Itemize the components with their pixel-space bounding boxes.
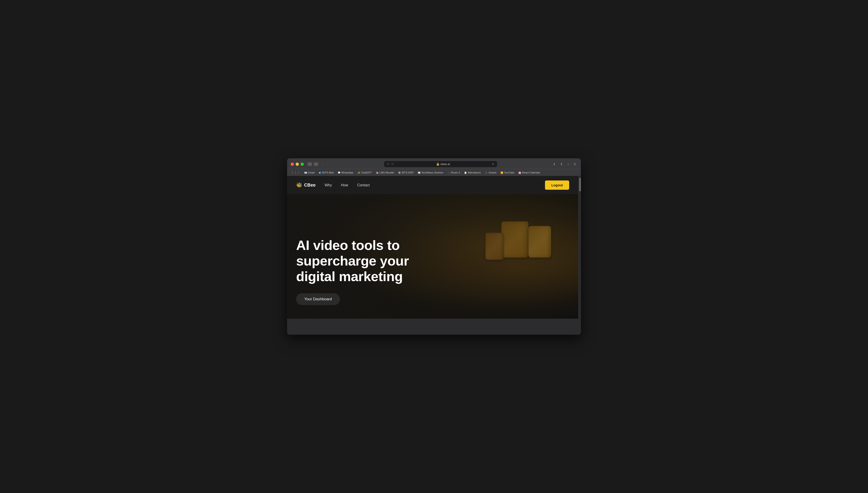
back-button[interactable]: ‹ [321, 162, 325, 167]
gmail-favicon: 📧 [304, 171, 307, 174]
sidebar-toggle[interactable]: ⊟ [307, 163, 312, 166]
logo-bee-icon: 🐝 [296, 182, 302, 188]
share-icon[interactable]: ⬆ [559, 162, 564, 167]
chatgpt-favicon: ✨ [357, 171, 360, 174]
navigation-arrows: ‹ › [321, 162, 329, 167]
site-navbar: 🐝 CBee Why How Contact Logout [287, 176, 578, 194]
logo-text: CBee [304, 183, 315, 188]
nav-contact[interactable]: Contact [357, 183, 370, 187]
downloads-icon[interactable]: ⬇ [552, 162, 557, 167]
bookmarks-bar: ⋮⋮⋮ 📧 Gmail 📬 BITS Mail 💬 WhatsApp ✨ Cha… [287, 169, 581, 176]
browser-body: 🐝 CBee Why How Contact Logout [287, 176, 581, 319]
bookmark-bits-mail[interactable]: 📬 BITS Mail [317, 171, 335, 175]
reload-button[interactable]: ↻ [492, 163, 494, 166]
whatsapp-favicon: 💬 [338, 171, 340, 174]
minimize-button[interactable] [296, 163, 299, 166]
scrollbar-thumb[interactable] [579, 178, 581, 191]
gmeet-favicon: 🎥 [485, 171, 488, 174]
lock-icon: 🔒 [436, 163, 440, 166]
forward-button[interactable]: › [326, 162, 330, 167]
browser-titlebar: ⊟ ▾ ‹ › 🛡 🛡 🔒 cbee.ai ↻ ⬇ ⬆ + ⧉ [287, 158, 581, 169]
nav-links: Why How Contact [325, 183, 536, 187]
hero-title: AI video tools to supercharge your digit… [296, 237, 454, 284]
bookmark-bits-erp[interactable]: ⚙️ BITS ERP [396, 171, 415, 175]
hero-content: AI video tools to supercharge your digit… [296, 237, 454, 305]
bits-erp-favicon: ⚙️ [398, 171, 401, 174]
hero-section: AI video tools to supercharge your digit… [287, 194, 578, 319]
vpn-shield-icon: 🛡 [391, 163, 394, 166]
browser-actions: ⬇ ⬆ + ⧉ [552, 162, 577, 167]
bookmark-youtube[interactable]: ▶️ YouTube [499, 171, 516, 175]
bookmark-whatsapp[interactable]: 💬 WhatsApp [336, 171, 355, 175]
bookmark-technews[interactable]: 📰 TechNews Veehive [416, 171, 445, 175]
technews-favicon: 📰 [418, 171, 420, 174]
maximize-button[interactable] [301, 163, 304, 166]
scrollbar-track[interactable] [578, 176, 581, 319]
lms-favicon: 📚 [376, 171, 379, 174]
close-button[interactable] [291, 163, 294, 166]
room2-favicon: 📞 [447, 171, 450, 174]
logout-button[interactable]: Logout [545, 180, 569, 190]
dashboard-button[interactable]: Your Dashboard [296, 293, 340, 305]
security-shield-icon: 🛡 [387, 163, 390, 166]
nav-how[interactable]: How [341, 183, 348, 187]
new-tab-button[interactable]: + [566, 162, 571, 167]
url-display[interactable]: 🔒 cbee.ai [396, 163, 490, 166]
window-controls: ⊟ ▾ [307, 163, 318, 166]
bookmark-attendance[interactable]: 📋 Attendance [462, 171, 483, 175]
bookmark-react-calendar[interactable]: 📅 React Calendar [516, 171, 542, 175]
bookmark-chatgpt[interactable]: ✨ ChatGPT [356, 171, 374, 175]
bits-mail-favicon: 📬 [319, 171, 321, 174]
react-calendar-favicon: 📅 [518, 171, 521, 174]
hero-title-line1: AI video tools to supercharge your [296, 238, 409, 269]
bookmark-room2[interactable]: 📞 Room 2 [446, 171, 462, 175]
website-content: 🐝 CBee Why How Contact Logout [287, 176, 578, 319]
tab-overview[interactable]: ▾ [314, 163, 318, 166]
hero-title-line2: digital marketing [296, 269, 403, 284]
bookmark-gmail[interactable]: 📧 Gmail [303, 171, 316, 175]
youtube-favicon: ▶️ [500, 171, 503, 174]
apps-icon[interactable]: ⋮⋮⋮ [291, 171, 300, 174]
browser-window: ⊟ ▾ ‹ › 🛡 🛡 🔒 cbee.ai ↻ ⬇ ⬆ + ⧉ ⋮⋮⋮ 📧 [287, 158, 581, 335]
tab-switcher-icon[interactable]: ⧉ [572, 162, 577, 167]
bookmark-lms-moodle[interactable]: 📚 LMS Moodle [374, 171, 396, 175]
bookmark-gmeet[interactable]: 🎥 Gmeet [483, 171, 498, 175]
address-bar[interactable]: 🛡 🛡 🔒 cbee.ai ↻ [384, 161, 497, 167]
site-logo[interactable]: 🐝 CBee [296, 182, 315, 188]
traffic-lights [291, 163, 304, 166]
attendance-favicon: 📋 [464, 171, 467, 174]
nav-why[interactable]: Why [325, 183, 332, 187]
